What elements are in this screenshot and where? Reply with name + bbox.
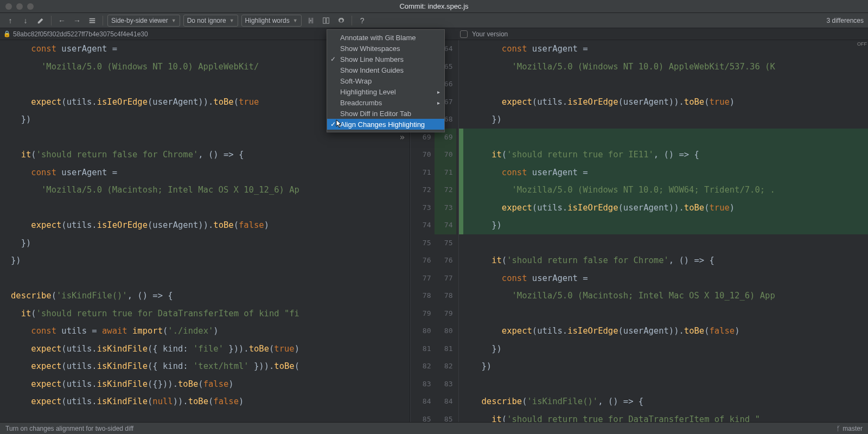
menu-item[interactable]: ✓Align Changes Highlighting bbox=[327, 119, 444, 130]
prev-diff-button[interactable]: ↑ bbox=[4, 15, 16, 27]
code-line[interactable]: }) bbox=[459, 111, 869, 129]
check-icon: ✓ bbox=[330, 55, 336, 63]
menu-item-label: Breadcrumbs bbox=[340, 99, 382, 107]
code-line[interactable]: }) bbox=[459, 358, 869, 375]
code-line[interactable]: 'Mozilla/5.0 (Macintosh; Intel Mac OS X … bbox=[0, 181, 410, 199]
line-number-left: 72 bbox=[413, 181, 435, 199]
gutter-row: 8282 bbox=[411, 358, 458, 375]
gear-context-menu: Annotate with Git BlameShow Whitespaces✓… bbox=[327, 29, 445, 132]
diff-count: 3 differences bbox=[827, 17, 864, 24]
close-window-icon[interactable] bbox=[5, 3, 12, 10]
line-number-left: 85 bbox=[413, 411, 435, 423]
code-line[interactable]: expect(utils.isIeOrEdge(userAgent)).toBe… bbox=[459, 199, 869, 217]
line-number-left: 77 bbox=[413, 270, 435, 288]
gutter-row: 7474 bbox=[411, 216, 458, 234]
gutter-row: 7070 bbox=[411, 146, 458, 164]
revision-hash: 58abc82f05f302dd5227ff7b4e3075c4f4e41e30 bbox=[13, 30, 148, 38]
window-controls bbox=[0, 3, 34, 10]
list-icon[interactable] bbox=[86, 15, 98, 27]
menu-item[interactable]: Annotate with Git Blame bbox=[327, 32, 444, 43]
code-line[interactable]: }) bbox=[459, 216, 869, 234]
sync-scroll-icon[interactable] bbox=[320, 15, 332, 27]
back-icon[interactable]: ← bbox=[56, 15, 68, 27]
line-number-left: 78 bbox=[413, 287, 435, 305]
menu-item[interactable]: Highlighting Level▸ bbox=[327, 86, 444, 97]
code-line[interactable] bbox=[0, 199, 410, 217]
code-line[interactable]: const utils = await import('./index') bbox=[0, 322, 410, 340]
code-line[interactable]: const userAgent = bbox=[459, 40, 869, 58]
menu-item[interactable]: Show Diff in Editor Tab bbox=[327, 108, 444, 119]
gear-icon[interactable] bbox=[335, 15, 347, 27]
line-number-right: 82 bbox=[435, 358, 456, 375]
code-line[interactable]: it('should return true for IE11', () => … bbox=[459, 146, 869, 164]
menu-item[interactable]: Soft-Wrap bbox=[327, 75, 444, 86]
line-number-right: 85 bbox=[435, 411, 456, 423]
code-line[interactable] bbox=[0, 270, 410, 288]
code-line[interactable]: expect(utils.isIeOrEdge(userAgent)).toBe… bbox=[459, 322, 869, 340]
code-line[interactable]: expect(utils.isKindFile({ kind: 'file' }… bbox=[0, 340, 410, 358]
help-icon[interactable]: ? bbox=[356, 15, 368, 27]
code-line[interactable]: expect(utils.isKindFile(null)).toBe(fals… bbox=[0, 393, 410, 411]
code-line[interactable] bbox=[459, 375, 869, 393]
code-line[interactable] bbox=[459, 75, 869, 93]
code-line[interactable]: 'Mozilla/5.0 (Windows NT 10.0; WOW64; Tr… bbox=[459, 181, 869, 199]
revision-checkbox[interactable] bbox=[460, 30, 468, 38]
diff-toolbar: ↑ ↓ ← → Side-by-side viewer ▼ Do not ign… bbox=[0, 13, 868, 28]
menu-item[interactable]: Breadcrumbs▸ bbox=[327, 97, 444, 108]
menu-item[interactable]: Show Whitespaces bbox=[327, 43, 444, 54]
code-line[interactable]: expect(utils.isKindFile({})).toBe(false) bbox=[0, 375, 410, 393]
viewer-mode-label: Side-by-side viewer bbox=[111, 17, 168, 24]
right-pane[interactable]: const userAgent = 'Mozilla/5.0 (Windows … bbox=[459, 40, 869, 422]
code-line[interactable]: describe('isKindFile()', () => { bbox=[0, 287, 410, 305]
code-line[interactable]: it('should return true for DataTransferI… bbox=[0, 305, 410, 323]
viewer-mode-dropdown[interactable]: Side-by-side viewer ▼ bbox=[107, 15, 180, 27]
code-line[interactable]: it('should return true for DataTransferI… bbox=[459, 411, 869, 423]
code-line[interactable] bbox=[459, 305, 869, 323]
line-number-left: 76 bbox=[413, 252, 435, 270]
edit-icon[interactable] bbox=[35, 15, 47, 27]
menu-item-label: Show Line Numbers bbox=[340, 55, 404, 63]
change-marker bbox=[459, 129, 463, 234]
code-line[interactable]: expect(utils.isIeOrEdge(userAgent)).toBe… bbox=[0, 216, 410, 234]
code-line[interactable]: }) bbox=[459, 340, 869, 358]
code-line[interactable]: const userAgent = bbox=[0, 164, 410, 182]
maximize-window-icon[interactable] bbox=[27, 3, 34, 10]
window-title: Commit: index.spec.js bbox=[399, 2, 468, 10]
line-number-right: 79 bbox=[435, 305, 456, 323]
code-line[interactable]: 'Mozilla/5.0 (Macintosh; Intel Mac OS X … bbox=[459, 287, 869, 305]
code-line[interactable] bbox=[459, 129, 869, 146]
line-number-right: 74 bbox=[435, 216, 456, 234]
code-line[interactable]: expect(utils.isIeOrEdge(userAgent)).toBe… bbox=[459, 93, 869, 111]
code-line[interactable]: describe('isKindFile()', () => { bbox=[459, 393, 869, 411]
separator bbox=[352, 16, 352, 25]
gutter-row: 8383 bbox=[411, 375, 458, 393]
menu-item[interactable]: ✓Show Line Numbers bbox=[327, 54, 444, 65]
ignore-mode-dropdown[interactable]: Do not ignore ▼ bbox=[183, 15, 238, 27]
statusbar: Turn on changes alignment for two-sided … bbox=[0, 422, 868, 434]
code-line[interactable]: }) bbox=[0, 234, 410, 252]
collapse-unchanged-icon[interactable] bbox=[305, 15, 317, 27]
next-diff-button[interactable]: ↓ bbox=[20, 15, 31, 27]
minimize-window-icon[interactable] bbox=[16, 3, 23, 10]
gutter-row: 7373 bbox=[411, 199, 458, 217]
line-number-right: 71 bbox=[435, 164, 456, 182]
code-line[interactable] bbox=[459, 234, 869, 252]
gutter-row: 8484 bbox=[411, 393, 458, 411]
code-line[interactable]: 'Mozilla/5.0 (Windows NT 10.0) AppleWebK… bbox=[459, 58, 869, 76]
code-line[interactable]: const userAgent = bbox=[459, 164, 869, 182]
line-number-right: 72 bbox=[435, 181, 456, 199]
chevron-down-icon: ▼ bbox=[293, 18, 298, 23]
code-line[interactable]: const userAgent = bbox=[459, 270, 869, 288]
code-line[interactable]: it('should return false for Chrome', () … bbox=[459, 252, 869, 270]
highlight-mode-dropdown[interactable]: Highlight words ▼ bbox=[241, 15, 302, 27]
code-line[interactable]: }) bbox=[0, 252, 410, 270]
chevron-right-icon: ▸ bbox=[437, 100, 440, 106]
forward-icon[interactable]: → bbox=[71, 15, 83, 27]
check-icon: ✓ bbox=[330, 120, 336, 128]
branch-name[interactable]: master bbox=[843, 425, 863, 432]
menu-item[interactable]: Show Indent Guides bbox=[327, 65, 444, 75]
code-line[interactable]: expect(utils.isKindFile({ kind: 'text/ht… bbox=[0, 358, 410, 375]
line-number-left: 83 bbox=[413, 375, 435, 393]
line-number-left: 82 bbox=[413, 358, 435, 375]
code-line[interactable]: it('should return false for Chrome', () … bbox=[0, 146, 410, 164]
